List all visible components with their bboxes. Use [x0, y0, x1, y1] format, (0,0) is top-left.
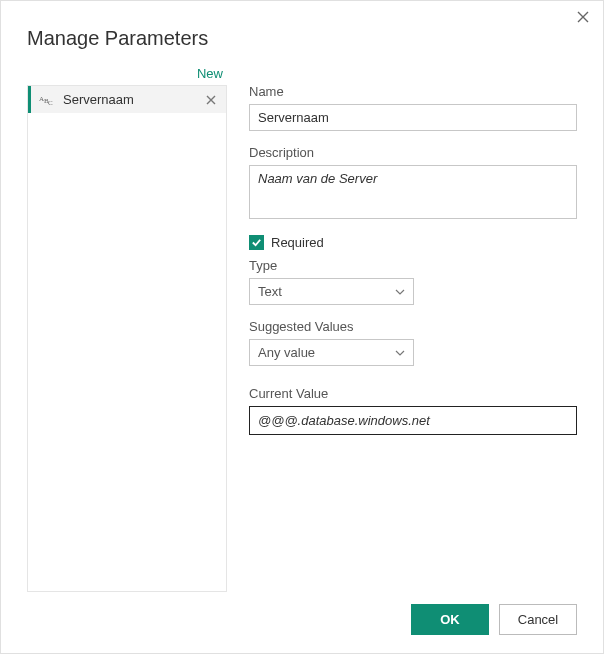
suggested-values-label: Suggested Values	[249, 319, 577, 334]
parameter-item-label: Servernaam	[63, 92, 196, 107]
current-value-label: Current Value	[249, 386, 577, 401]
type-dropdown[interactable]: Text	[249, 278, 414, 305]
new-parameter-link[interactable]: New	[197, 66, 227, 81]
parameter-detail-pane: Name Description Required Type Text Sugg…	[249, 66, 577, 592]
dialog-title: Manage Parameters	[27, 27, 577, 50]
text-type-icon: A B C	[39, 93, 55, 107]
required-label: Required	[271, 235, 324, 250]
description-label: Description	[249, 145, 577, 160]
svg-text:C: C	[48, 99, 53, 107]
parameter-item[interactable]: A B C Servernaam	[28, 86, 226, 113]
delete-icon	[206, 95, 216, 105]
close-icon	[577, 11, 589, 23]
suggested-values-value: Any value	[258, 345, 315, 360]
close-button[interactable]	[573, 7, 593, 27]
cancel-button[interactable]: Cancel	[499, 604, 577, 635]
chevron-down-icon	[395, 289, 405, 295]
description-input[interactable]	[249, 165, 577, 219]
name-input[interactable]	[249, 104, 577, 131]
name-label: Name	[249, 84, 577, 99]
required-checkbox[interactable]	[249, 235, 264, 250]
type-value: Text	[258, 284, 282, 299]
check-icon	[251, 237, 262, 248]
suggested-values-dropdown[interactable]: Any value	[249, 339, 414, 366]
chevron-down-icon	[395, 350, 405, 356]
ok-button[interactable]: OK	[411, 604, 489, 635]
dialog-footer: OK Cancel	[27, 604, 577, 635]
delete-parameter-button[interactable]	[204, 93, 218, 107]
type-label: Type	[249, 258, 577, 273]
parameter-sidebar: New A B C Servernaam	[27, 66, 227, 592]
current-value-input[interactable]	[249, 406, 577, 435]
parameter-list: A B C Servernaam	[27, 85, 227, 592]
